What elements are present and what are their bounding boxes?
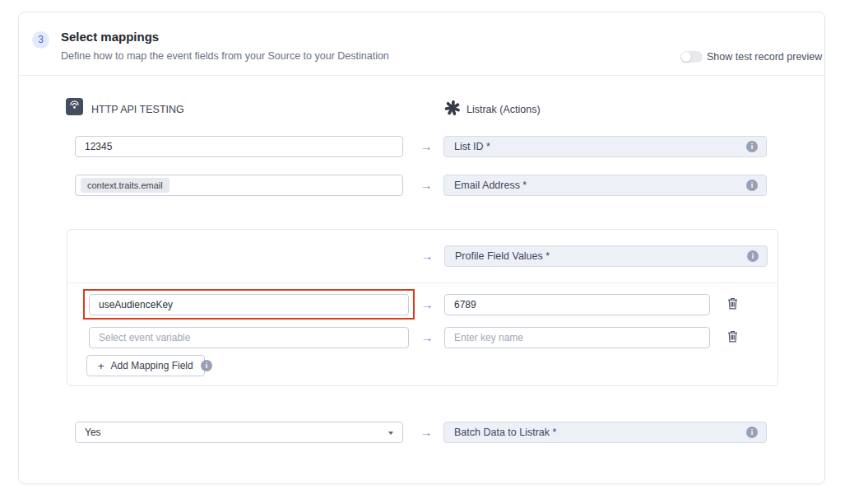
toggle-label: Show test record preview [707, 51, 822, 63]
info-icon[interactable]: i [747, 250, 759, 262]
trash-icon [727, 333, 738, 345]
step-number-badge: 3 [32, 31, 49, 49]
delete-mapping-pair-button[interactable] [726, 330, 740, 344]
batch-data-destination-field: Batch Data to Listrak * i [443, 422, 767, 443]
destination-name: Listrak (Actions) [466, 104, 541, 115]
chevron-down-icon [388, 432, 393, 435]
profile-field-values-group: → Profile Field Values * i → [67, 229, 778, 386]
info-icon[interactable]: i [746, 180, 758, 191]
destination-field-label: Batch Data to Listrak * [454, 427, 556, 438]
card-header: 3 Select mappings Define how to map the … [19, 12, 824, 76]
select-mappings-card: 3 Select mappings Define how to map the … [18, 12, 825, 484]
mapping-arrow-icon: → [415, 136, 437, 157]
batch-data-selected-value: Yes [85, 427, 101, 438]
info-icon[interactable]: i [746, 427, 758, 438]
trash-icon [727, 300, 738, 312]
add-mapping-field-label: Add Mapping Field [111, 360, 193, 371]
delete-mapping-pair-button[interactable] [726, 297, 740, 311]
group-divider [67, 282, 777, 283]
add-mapping-field-button[interactable]: + Add Mapping Field [86, 355, 205, 376]
profile-pair-key-input[interactable] [444, 327, 710, 348]
mapping-arrow-icon: → [415, 175, 437, 196]
list-id-destination-field: List ID * i [443, 136, 767, 157]
mapping-arrow-icon: → [415, 422, 437, 443]
show-test-record-preview-toggle[interactable] [680, 51, 703, 63]
broadcast-icon [69, 100, 80, 114]
destination-field-label: Profile Field Values * [455, 250, 550, 262]
destination-field-label: List ID * [454, 141, 490, 152]
destination-field-label: Email Address * [454, 180, 527, 191]
mapping-arrow-icon: → [416, 245, 438, 267]
mappings-page: { "header": { "step_number": "3", "title… [0, 0, 868, 504]
email-source-input[interactable]: context.traits.email [75, 175, 403, 196]
toggle-knob [681, 52, 691, 62]
plus-icon: + [98, 360, 104, 372]
mapping-arrow-icon: → [416, 327, 438, 348]
info-icon[interactable]: i [746, 141, 758, 152]
event-variable-token: context.traits.email [81, 178, 169, 193]
profile-pair-variable-input[interactable] [89, 327, 409, 348]
http-api-source-icon [66, 98, 83, 115]
section-title: Select mappings [61, 30, 159, 44]
batch-data-select[interactable]: Yes [75, 422, 403, 443]
section-subtitle: Define how to map the event fields from … [61, 50, 389, 62]
listrak-asterisk-icon [444, 100, 461, 116]
profile-field-values-destination-field: Profile Field Values * i [444, 245, 768, 267]
list-id-source-input[interactable] [75, 136, 403, 157]
email-destination-field: Email Address * i [443, 175, 767, 196]
profile-pair-variable-input[interactable] [89, 294, 409, 315]
source-name: HTTP API TESTING [91, 104, 184, 115]
mapping-arrow-icon: → [416, 294, 438, 315]
profile-pair-key-input[interactable] [444, 294, 710, 315]
info-icon[interactable]: i [201, 360, 212, 371]
